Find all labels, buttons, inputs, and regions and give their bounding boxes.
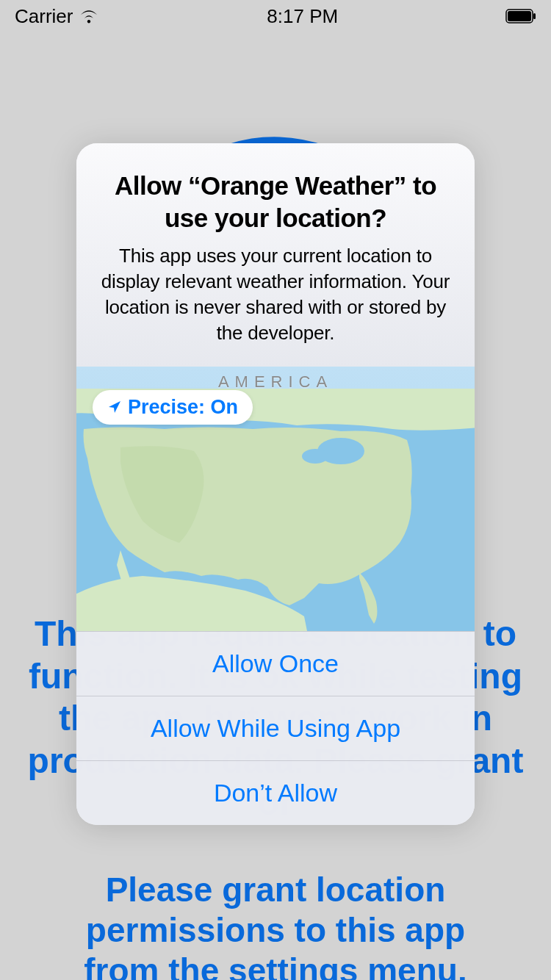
wifi-icon	[79, 9, 99, 24]
alert-buttons: Allow Once Allow While Using App Don’t A…	[76, 631, 475, 825]
allow-while-using-button[interactable]: Allow While Using App	[76, 696, 475, 760]
alert-message: This app uses your current location to d…	[98, 243, 453, 346]
svg-rect-2	[533, 13, 536, 19]
us-map-graphic	[76, 389, 475, 631]
status-bar: Carrier 8:17 PM	[0, 0, 551, 32]
svg-point-5	[302, 449, 328, 464]
allow-once-button[interactable]: Allow Once	[76, 631, 475, 696]
dont-allow-button[interactable]: Don’t Allow	[76, 760, 475, 825]
alert-title: Allow “Orange Weather” to use your locat…	[98, 170, 453, 234]
carrier-label: Carrier	[15, 5, 73, 28]
map-preview[interactable]: AMERICA Precise: On	[76, 367, 475, 631]
status-time: 8:17 PM	[267, 5, 338, 28]
background-permission-instruction: Please grant location permissions to thi…	[44, 870, 507, 980]
location-permission-alert: Allow “Orange Weather” to use your locat…	[76, 143, 475, 825]
status-bar-left: Carrier	[15, 5, 99, 28]
battery-icon	[505, 9, 536, 24]
svg-rect-1	[508, 11, 531, 21]
precise-toggle-chip[interactable]: Precise: On	[93, 390, 253, 425]
map-region-label: AMERICA	[218, 372, 333, 392]
precise-label: Precise: On	[128, 396, 238, 419]
alert-header: Allow “Orange Weather” to use your locat…	[76, 143, 475, 367]
status-bar-right	[505, 9, 536, 24]
location-arrow-icon	[107, 400, 122, 414]
